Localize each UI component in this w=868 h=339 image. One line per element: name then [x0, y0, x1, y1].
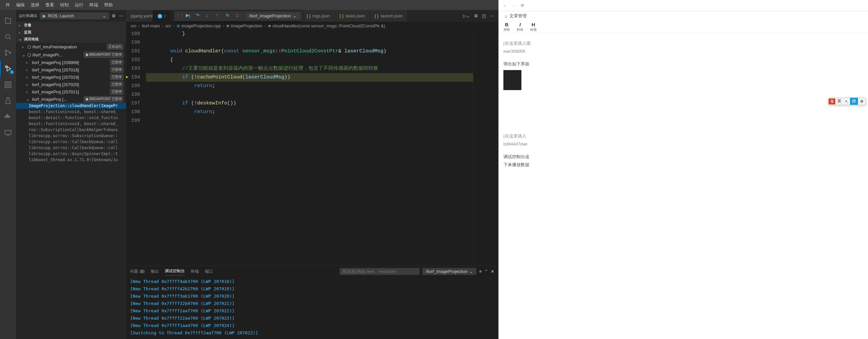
step-out-icon[interactable]: ↑ [216, 13, 222, 19]
bold-button[interactable]: B加粗 [502, 22, 512, 32]
ime-punct-icon[interactable]: •, [843, 98, 850, 104]
process-row[interactable]: ⌄⬡ /liorf_imagePr... ▣ BREAKPOINT 已暂停 [16, 51, 126, 59]
article-editor: ← → ⟳ ⌂ 文章管理 B加粗 I斜体 H标题 [在这里插入图 eae3560… [498, 0, 868, 339]
panel-tab-problems[interactable]: 问题2 [130, 267, 145, 276]
thread-row[interactable]: ⌄liorf_imageProj [...▣ BREAKPOINT 已暂停 [16, 95, 126, 103]
step-over-icon[interactable]: ↷ [196, 13, 203, 19]
close-icon[interactable]: ✕ [491, 269, 494, 274]
debug-target-select[interactable]: /liorf_imageProjection⌄ [246, 13, 300, 19]
menu-view[interactable]: 查看 [42, 2, 57, 8]
thread-row[interactable]: ›liorf_imageProj [207019]已暂停 [16, 73, 126, 81]
debug-console[interactable]: [New Thread 0x7ffff4ab3700 (LWP 207018)]… [126, 277, 498, 339]
chevron-up-icon[interactable]: ⌃ [484, 269, 488, 274]
tab-cpp[interactable]: ⬤ i [153, 10, 170, 22]
menu-run[interactable]: 运行 [72, 2, 86, 8]
svg-rect-7 [5, 85, 7, 88]
split-icon[interactable]: ◫ [482, 13, 486, 18]
svg-rect-5 [5, 82, 7, 84]
stack-frame[interactable]: libroscpp.so!ros::CallbackQueue::call [29, 139, 126, 145]
heading-button[interactable]: H标题 [529, 22, 538, 32]
thread-row[interactable]: ›liorf_imageProj [207018]已暂停 [16, 66, 126, 73]
status-badge: ▣ BREAKPOINT 已暂停 [84, 52, 123, 58]
stack-frame[interactable]: libboost_thread.so.1.71.0![Unknown/Ju [29, 157, 126, 163]
menu-help[interactable]: 帮助 [101, 2, 116, 8]
panel-tab-terminal[interactable]: 终端 [191, 267, 199, 276]
menu-selection[interactable]: 选择 [28, 2, 42, 8]
section-variables[interactable]: ›变量 [16, 22, 126, 29]
debug-toolbar: ⋮⋮ ▶| ↷ ↓ ↑ ↻ □ /liorf_imageProjection⌄ [174, 11, 302, 21]
explorer-icon[interactable] [0, 13, 16, 29]
docker-icon[interactable] [0, 109, 16, 125]
svg-rect-9 [5, 116, 6, 118]
debug-config-select[interactable]: ▶ ROS: Launch ⌄ [40, 12, 109, 19]
tab-tasks[interactable]: { } tasks.json [335, 10, 370, 22]
stack-frame[interactable]: boost::function1<void, boost::shared_ [29, 121, 126, 127]
panel-tab-output[interactable]: 输出 [151, 267, 159, 276]
minimap[interactable] [473, 30, 498, 266]
menu-edit[interactable]: 编辑 [13, 2, 28, 8]
step-into-icon[interactable]: ↓ [206, 13, 213, 19]
thread-row[interactable]: ›liorf_imageProj [207020]已暂停 [16, 81, 126, 88]
tab-launch[interactable]: { } launch.json [370, 10, 408, 22]
breadcrumb[interactable]: src› liorf-main› src› ⊕ imageProjection.… [126, 22, 498, 30]
stack-frame[interactable]: libroscpp.so!ros::CallbackQueue::call [29, 145, 126, 151]
remote-icon[interactable] [0, 125, 16, 141]
section-callstack[interactable]: ⌄调用堆栈 [16, 36, 126, 43]
editor-content[interactable]: [在这里插入图 eae356058 弹出如下界面 [在这里插入 bd844d7d… [499, 33, 868, 169]
menu-go[interactable]: 转到 [57, 2, 72, 8]
ime-mode[interactable]: 拼 [850, 98, 858, 105]
panel-tab-ports[interactable]: 端口 [205, 267, 213, 276]
svg-rect-12 [7, 115, 8, 116]
stack-frame[interactable]: libroscpp.so!ros::SubscriptionQueue:: [29, 133, 126, 139]
play-icon: ▶ [43, 13, 46, 18]
menu-terminal[interactable]: 终端 [86, 2, 101, 8]
refresh-icon[interactable]: ⟳ [521, 3, 524, 8]
panel-tab-debug[interactable]: 调试控制台 [165, 267, 185, 276]
svg-rect-6 [9, 82, 11, 84]
filter-input[interactable] [340, 268, 420, 275]
process-row[interactable]: ›⬡ /liorf_imuPreintegration 正在运行 [16, 43, 126, 51]
drag-handle-icon[interactable]: ⋮⋮ [176, 13, 183, 19]
svg-rect-11 [8, 116, 10, 118]
run-debug-icon[interactable]: ▷⌄ [463, 13, 470, 18]
stack-frames: ImageProjection::cloudHandler(ImagePr bo… [16, 103, 126, 163]
extensions-icon[interactable] [0, 77, 16, 93]
debug-icon[interactable]: 3 [0, 61, 16, 77]
thread-row[interactable]: ›liorf_imageProj [207021]已暂停 [16, 88, 126, 95]
breadcrumb-item[interactable]: 文章管理 [509, 13, 527, 19]
restart-icon[interactable]: ↻ [226, 13, 232, 19]
stack-frame[interactable]: libroscpp.so!ros::AsyncSpinnerImpl::t [29, 151, 126, 157]
back-icon[interactable]: ← [503, 3, 507, 8]
svg-point-2 [5, 54, 7, 55]
code-editor[interactable]: 189190191192193▶194195196197198199 } voi… [126, 30, 498, 266]
section-watch[interactable]: ›监视 [16, 29, 126, 36]
clear-icon[interactable]: ≡ [479, 269, 482, 274]
more-icon[interactable]: ⋯ [490, 13, 494, 18]
menu-file[interactable]: 件 [3, 2, 13, 8]
ime-settings-icon[interactable]: ⚙ [858, 98, 866, 104]
italic-button[interactable]: I斜体 [516, 22, 525, 32]
scm-icon[interactable] [0, 45, 16, 61]
status-badge: 正在运行 [107, 44, 123, 50]
gear-icon[interactable]: ⚙ [474, 13, 478, 18]
stack-frame[interactable]: ImageProjection::cloudHandler(ImagePr [16, 103, 126, 109]
stop-icon[interactable]: □ [236, 13, 243, 19]
debug-session-select[interactable]: /liorf_imageProjection ⌄ [422, 268, 476, 275]
continue-icon[interactable]: ▶| [186, 13, 192, 19]
debug-badge: 3 [10, 70, 14, 74]
home-icon[interactable]: ⌂ [505, 14, 507, 19]
gear-icon[interactable]: ⚙ [112, 13, 116, 18]
stack-frame[interactable]: boost::function1<void, boost::shared_ [29, 109, 126, 115]
ime-lang[interactable]: 英 [835, 98, 843, 105]
ime-logo-icon: S [829, 98, 835, 104]
ime-toolbar[interactable]: S 英 •, 拼 ⚙ [828, 97, 866, 105]
more-icon[interactable]: ⋯ [119, 13, 123, 18]
test-icon[interactable] [0, 93, 16, 109]
thread-row[interactable]: ›liorf_imageProj [206989]已暂停 [16, 59, 126, 66]
stack-frame[interactable]: ros::SubscriptionCallbackHelperT<boos [29, 127, 126, 133]
tab-settings[interactable]: { } ings.json [302, 10, 335, 22]
tab-yaml[interactable]: jigang.yaml [126, 10, 153, 22]
search-icon[interactable] [0, 29, 16, 45]
stack-frame[interactable]: boost::detail::function::void_functio [29, 115, 126, 121]
forward-icon[interactable]: → [512, 3, 516, 8]
